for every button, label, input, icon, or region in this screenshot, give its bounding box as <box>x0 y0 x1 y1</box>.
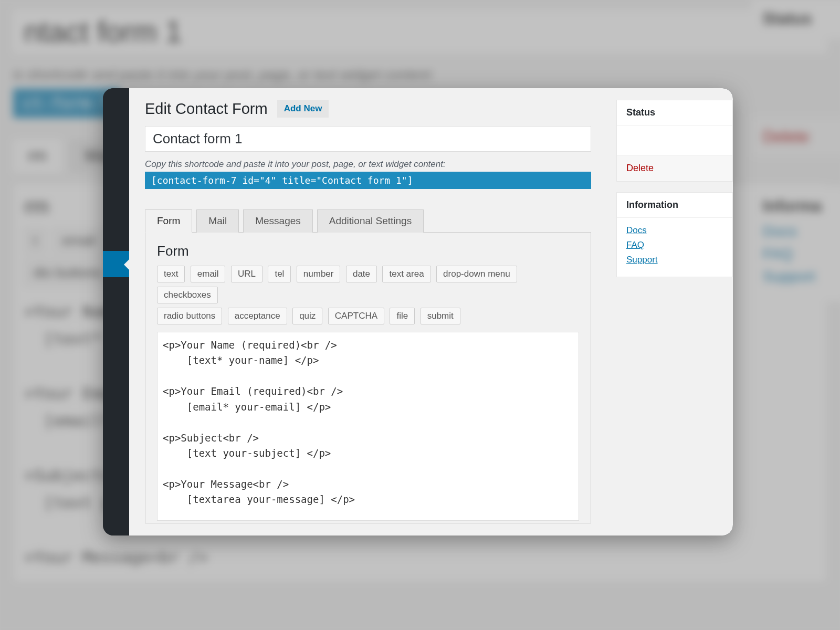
form-title-input[interactable] <box>145 126 591 152</box>
information-metabox: Information Docs FAQ Support <box>616 192 733 277</box>
main-column: Edit Contact Form Add New Copy this shor… <box>145 100 601 536</box>
tag-number-button[interactable]: number <box>297 266 341 282</box>
tab-messages[interactable]: Messages <box>243 209 313 233</box>
support-link[interactable]: Support <box>626 255 723 265</box>
admin-sidebar-strip <box>103 88 129 536</box>
status-metabox-title: Status <box>617 100 732 125</box>
tag-tel-button[interactable]: tel <box>268 266 291 282</box>
tab-form[interactable]: Form <box>145 209 192 233</box>
add-new-button[interactable]: Add New <box>277 100 329 118</box>
page-heading: Edit Contact Form Add New <box>145 100 601 118</box>
tag-radiobuttons-button[interactable]: radio buttons <box>157 308 222 324</box>
tag-captcha-button[interactable]: CAPTCHA <box>328 308 384 324</box>
modal-body: Edit Contact Form Add New Copy this shor… <box>129 88 733 536</box>
modal-window: Edit Contact Form Add New Copy this shor… <box>103 88 733 536</box>
tag-dropdown-button[interactable]: drop-down menu <box>436 266 517 282</box>
tag-file-button[interactable]: file <box>390 308 415 324</box>
information-metabox-body: Docs FAQ Support <box>617 218 732 277</box>
status-metabox: Status Delete <box>616 100 733 182</box>
tag-email-button[interactable]: email <box>191 266 226 282</box>
tag-date-button[interactable]: date <box>346 266 377 282</box>
form-panel-title: Form <box>157 243 579 259</box>
tab-mail[interactable]: Mail <box>196 209 239 233</box>
faq-link[interactable]: FAQ <box>626 240 723 250</box>
form-template-editor[interactable]: <p>Your Name (required)<br /> [text* you… <box>157 332 579 521</box>
docs-link[interactable]: Docs <box>626 225 723 236</box>
tag-submit-button[interactable]: submit <box>421 308 460 324</box>
tag-acceptance-button[interactable]: acceptance <box>228 308 287 324</box>
delete-link[interactable]: Delete <box>626 163 654 173</box>
tag-quiz-button[interactable]: quiz <box>292 308 322 324</box>
status-metabox-body <box>617 125 732 155</box>
form-panel: Form text email URL tel number date text… <box>145 232 591 523</box>
information-metabox-title: Information <box>617 193 732 218</box>
page-title: Edit Contact Form <box>145 100 268 118</box>
tag-text-button[interactable]: text <box>157 266 185 282</box>
tag-textarea-button[interactable]: text area <box>382 266 430 282</box>
shortcode-field[interactable] <box>145 172 591 189</box>
shortcode-hint: Copy this shortcode and paste it into yo… <box>145 159 601 170</box>
tag-url-button[interactable]: URL <box>231 266 262 282</box>
tag-button-row: text email URL tel number date text area… <box>157 266 579 329</box>
tag-checkboxes-button[interactable]: checkboxes <box>157 287 218 303</box>
side-column: Status Delete Information Docs FAQ Suppo… <box>616 100 733 536</box>
tab-additional-settings[interactable]: Additional Settings <box>317 209 424 233</box>
status-metabox-footer: Delete <box>617 155 732 181</box>
sidebar-arrow-icon <box>124 258 130 271</box>
tabs: Form Mail Messages Additional Settings <box>145 209 591 232</box>
